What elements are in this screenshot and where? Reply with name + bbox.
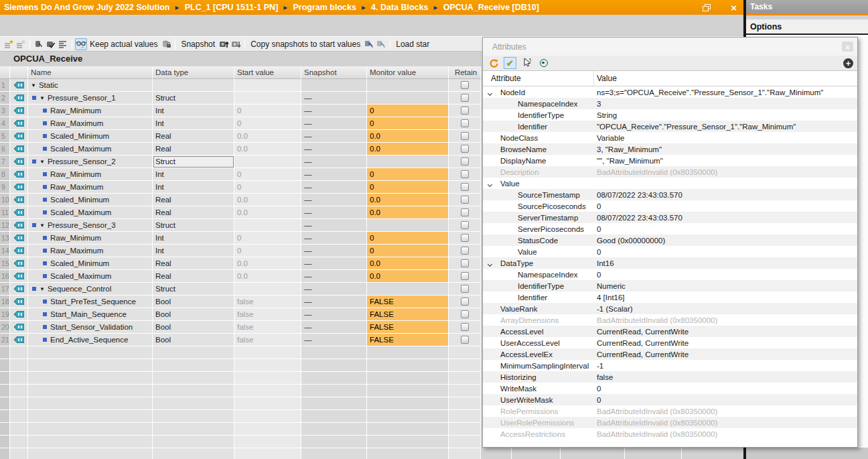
start-value-cell[interactable]: 0.0 xyxy=(234,143,301,155)
expand-triangle-icon[interactable]: ▼ xyxy=(40,286,45,292)
start-value-cell[interactable]: 0.0 xyxy=(234,206,301,219)
retain-checkbox[interactable] xyxy=(461,132,469,140)
maximize-icon[interactable] xyxy=(717,4,724,11)
variable-name-cell[interactable]: Start_Main_Sequence xyxy=(28,308,153,321)
retain-checkbox[interactable] xyxy=(461,145,469,153)
breadcrumb-item[interactable]: PLC_1 [CPU 1511-1 PN] xyxy=(185,3,279,12)
table-row[interactable]: 12▼Pressure_Sensor_3Struct— xyxy=(0,219,481,232)
retain-checkbox[interactable] xyxy=(461,157,469,166)
start-value-cell[interactable]: 0 xyxy=(234,105,301,117)
verify-check-icon[interactable]: ✔ xyxy=(504,57,516,69)
attribute-row[interactable]: NodeIdns=3;s="OPCUA_Receive"."Pressure_S… xyxy=(483,86,857,98)
table-row[interactable]: 20Start_Sensor_ValidationBoolfalse—FALSE xyxy=(0,321,481,334)
table-row[interactable]: 19Start_Main_SequenceBoolfalse—FALSE xyxy=(0,308,481,321)
snapshot-down-icon[interactable] xyxy=(230,38,242,50)
tasks-options-section[interactable]: Options xyxy=(746,19,868,35)
breadcrumb-item[interactable]: OPCUA_Receive [DB10] xyxy=(443,3,539,12)
data-type-cell[interactable]: Struct xyxy=(153,283,234,296)
variable-name-cell[interactable]: Scaled_Minimum xyxy=(28,194,153,206)
attribute-row[interactable]: IdentifierTypeNumeric xyxy=(483,280,857,291)
toolbar-button-label[interactable]: Load star xyxy=(396,40,429,49)
start-value-cell[interactable]: false xyxy=(234,308,301,321)
start-value-cell[interactable] xyxy=(234,219,301,232)
start-value-cell[interactable] xyxy=(234,283,301,296)
data-type-cell[interactable]: Real xyxy=(153,270,234,283)
attribute-row[interactable]: UserAccessLevelCurrentRead, CurrentWrite xyxy=(483,337,857,348)
variable-name-cell[interactable]: Start_PreTest_Sequence xyxy=(28,296,153,308)
variable-name-cell[interactable]: Start_Sensor_Validation xyxy=(28,321,153,334)
attribute-row[interactable]: MinimumSamplingInterval-1 xyxy=(483,360,857,371)
attribute-row[interactable]: UserWriteMask0 xyxy=(483,394,857,405)
expand-triangle-icon[interactable]: ▼ xyxy=(40,222,45,228)
variable-name-cell[interactable]: ▼Sequence_Control xyxy=(28,283,153,296)
start-value-cell[interactable]: false xyxy=(234,296,301,308)
table-row[interactable]: 11Scaled_MaximumReal0.0—0.0 xyxy=(0,206,481,219)
column-header-retain[interactable]: Retain xyxy=(449,66,481,79)
retain-checkbox[interactable] xyxy=(461,259,469,267)
start-value-cell[interactable]: 0.0 xyxy=(234,130,301,143)
data-type-cell[interactable]: Struct xyxy=(153,92,234,105)
close-icon[interactable]: × xyxy=(731,4,737,11)
attribute-row[interactable]: ArrayDimensionsBadAttributeIdInvalid (0x… xyxy=(483,314,857,326)
attribute-row[interactable]: DescriptionBadAttributeIdInvalid (0x8035… xyxy=(483,166,857,178)
attribute-row[interactable]: UserRolePermissionsBadAttributeIdInvalid… xyxy=(483,417,857,428)
column-header-monitor-value[interactable]: Monitor value xyxy=(367,66,449,79)
data-type-cell[interactable]: Real xyxy=(153,206,234,219)
data-type-cell[interactable]: Int xyxy=(153,245,234,257)
data-type-cell[interactable]: Int xyxy=(153,232,234,245)
attribute-row[interactable]: Value0 xyxy=(483,246,857,257)
data-type-cell[interactable]: Int xyxy=(153,105,234,117)
variable-name-cell[interactable]: ▼Static xyxy=(28,79,153,92)
attribute-row[interactable]: ServerPicoseconds0 xyxy=(483,223,857,235)
breadcrumb-item[interactable]: 4. Data Blocks xyxy=(371,3,428,12)
attribute-row[interactable]: IdentifierTypeString xyxy=(483,109,857,121)
toolbar-button-label[interactable]: Copy snapshots to start values xyxy=(250,40,360,49)
attribute-row[interactable]: AccessRestrictionsBadAttributeIdInvalid … xyxy=(483,428,857,440)
table-row[interactable]: 6Scaled_MaximumReal0.0—0.0 xyxy=(0,143,481,155)
attribute-row[interactable]: AccessLevelExCurrentRead, CurrentWrite xyxy=(483,348,857,360)
start-value-cell[interactable]: 0.0 xyxy=(234,270,301,283)
toolbar-button-label[interactable]: Keep actual values xyxy=(90,40,157,49)
retain-checkbox[interactable] xyxy=(461,81,469,89)
table-row[interactable]: 21End_Active_SequenceBoolfalse—FALSE xyxy=(0,334,481,346)
start-value-cell[interactable]: 0 xyxy=(234,232,301,245)
data-type-cell[interactable]: Bool xyxy=(153,296,234,308)
attribute-row[interactable]: ValueRank-1 (Scalar) xyxy=(483,303,857,314)
start-value-cell[interactable]: 0 xyxy=(234,181,301,194)
start-value-cell[interactable]: 0 xyxy=(234,117,301,130)
data-type-cell[interactable]: Bool xyxy=(153,308,234,321)
data-type-cell[interactable]: Real xyxy=(153,194,234,206)
select-cursor-icon[interactable] xyxy=(520,57,533,69)
data-type-cell[interactable]: Struct xyxy=(153,155,234,168)
restore-icon[interactable] xyxy=(703,4,710,11)
retain-checkbox[interactable] xyxy=(461,336,469,344)
copy-to-start-alt-icon[interactable] xyxy=(375,38,387,50)
db-lock-icon[interactable] xyxy=(160,38,172,50)
attribute-row[interactable]: RolePermissionsBadAttributeIdInvalid (0x… xyxy=(483,405,857,417)
retain-checkbox[interactable] xyxy=(461,234,469,242)
attribute-row[interactable]: DisplayName"", "Raw_Minimum" xyxy=(483,155,857,166)
breadcrumb-item[interactable]: Program blocks xyxy=(293,3,356,12)
chevron-down-icon[interactable] xyxy=(488,261,492,266)
variable-name-cell[interactable]: ▼Pressure_Sensor_3 xyxy=(28,219,153,232)
variable-name-cell[interactable]: End_Active_Sequence xyxy=(28,334,153,346)
data-type-cell[interactable] xyxy=(153,79,234,92)
close-icon[interactable]: x xyxy=(842,42,853,52)
retain-checkbox[interactable] xyxy=(461,272,469,280)
attribute-row[interactable]: NamespaceIndex3 xyxy=(483,98,857,109)
attribute-row[interactable]: NodeClassVariable xyxy=(483,132,857,143)
retain-checkbox[interactable] xyxy=(461,323,469,331)
attribute-row[interactable]: SourcePicoseconds0 xyxy=(483,200,857,212)
start-value-cell[interactable]: 0 xyxy=(234,245,301,257)
variable-name-cell[interactable]: Scaled_Maximum xyxy=(28,270,153,283)
variable-name-cell[interactable]: Raw_Minimum xyxy=(28,105,153,117)
data-type-cell[interactable]: Int xyxy=(153,168,234,181)
data-type-cell[interactable]: Bool xyxy=(153,334,234,346)
keep-actual-db-icon[interactable] xyxy=(33,38,45,50)
toolbar-button-label[interactable]: Snapshot xyxy=(181,40,215,49)
attribute-row[interactable]: Identifier4 [Int16] xyxy=(483,291,857,303)
column-header-start-value[interactable]: Start value xyxy=(234,66,301,79)
data-type-cell[interactable]: Int xyxy=(153,117,234,130)
table-row[interactable]: 17▼Sequence_ControlStruct— xyxy=(0,283,481,296)
attribute-row[interactable]: Value xyxy=(483,178,857,189)
